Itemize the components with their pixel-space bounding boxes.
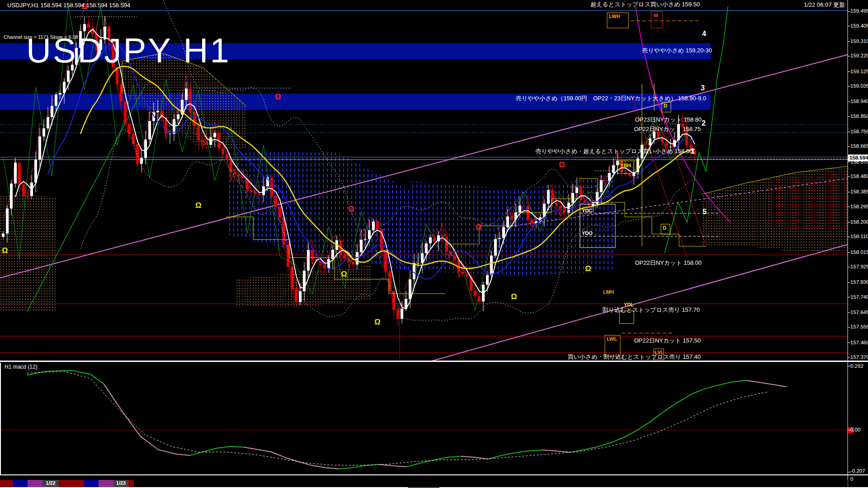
omega-marker-icon: Ω [275, 93, 281, 102]
indicator-tag: YDO [582, 230, 593, 236]
price-annotation: 超えるとストップロス買い小さめ 159.50 [590, 1, 700, 8]
price-axis-label[interactable]: 159.310 [850, 38, 868, 44]
indicator-tag: LMH [603, 289, 614, 295]
omega-marker-icon: Ω [374, 318, 381, 327]
indicator-tag: M [654, 13, 658, 18]
price-axis-label[interactable]: 157.740 [850, 294, 868, 300]
price-axis-label[interactable]: 158.200 [850, 219, 868, 225]
price-axis-label[interactable]: 157.830 [850, 279, 868, 285]
session-color-bar: 1/221/23 [0, 480, 848, 487]
session-segment [0, 480, 13, 487]
omega-marker-icon: Ω [195, 202, 202, 210]
price-axis-label[interactable]: 158.850 [850, 113, 868, 119]
wave-number-label: 3 [701, 84, 705, 92]
chart-canvas[interactable] [0, 0, 868, 488]
price-axis-label[interactable]: 158.755 [850, 129, 868, 135]
session-segment [13, 480, 28, 487]
wave-number-label: 2 [702, 119, 706, 127]
price-axis-label[interactable]: 157.555 [850, 324, 868, 330]
session-date-segment: 1/22 [42, 480, 59, 487]
channel-info: Channel size = 1171 Slope = 6.08 [4, 34, 78, 40]
omega-marker-icon: Ω [559, 161, 565, 169]
price-axis-label[interactable]: 158.665 [850, 143, 868, 149]
price-axis-label[interactable]: 158.385 [850, 189, 868, 195]
price-axis-label[interactable]: 157.925 [850, 264, 868, 270]
price-axis-label[interactable]: 158.110 [850, 234, 868, 239]
update-timestamp: 1/22 06:07 更新 [804, 2, 845, 8]
omega-marker-icon: Ω [341, 270, 347, 279]
price-annotation: 割り込むとストップロス売り 157.70 [603, 307, 700, 313]
symbol-title: USDJPY,H1 158.594 158.594 158.594 158.59… [7, 2, 130, 9]
price-axis-label[interactable]: 158.940 [850, 99, 868, 104]
price-annotation: 売りやや小さめ 159.20-30 [642, 47, 712, 54]
session-date-label: 1/22 [42, 480, 59, 486]
session-date-label: 1/23 [113, 480, 128, 486]
macd-pane-label: H1 macd (12) [5, 364, 38, 370]
macd-axis-zero: 0.00 [850, 427, 860, 433]
price-axis-label[interactable]: 158.480 [850, 174, 868, 179]
chart-window: 159.495159.405159.310159.220159.125159.0… [0, 0, 868, 488]
indicator-tag: YDL [624, 302, 634, 307]
indicator-tag: LWH [609, 14, 620, 19]
price-axis-label[interactable]: 158.295 [850, 204, 868, 210]
price-axis-label[interactable]: 157.460 [850, 340, 868, 346]
price-axis-label[interactable]: 157.645 [850, 310, 868, 315]
current-price-box: 158.594 [848, 155, 868, 161]
session-date-segment: 1/23 [113, 480, 128, 487]
omega-marker-icon: Ω [476, 223, 482, 232]
indicator-tag: D [663, 225, 666, 230]
wave-number-label: 1 [691, 147, 695, 155]
macd-axis-top: 0.292 [850, 363, 863, 369]
indicator-tag: D [664, 103, 667, 108]
session-segment [99, 480, 113, 487]
omega-marker-icon: Ω [2, 247, 8, 255]
session-segment [59, 480, 84, 487]
price-axis-label[interactable]: 159.495 [850, 8, 868, 14]
macd-axis-bottom: -0.207 [850, 468, 865, 474]
ichimoku-clouds [0, 53, 848, 312]
price-annotation: OP22日NYカット 158.00 [635, 260, 702, 266]
session-segment [28, 480, 42, 487]
session-segment [128, 480, 134, 487]
price-axis-label[interactable]: 158.015 [850, 249, 868, 255]
sub-axis-zero: 0 [850, 476, 853, 482]
price-annotation: OP22日NYカット 158.75 [634, 126, 701, 132]
price-axis-label[interactable]: 159.125 [850, 69, 868, 75]
indicator-tag: YBH [620, 163, 631, 168]
price-axis-label[interactable]: 159.220 [850, 53, 868, 59]
omega-marker-icon: Ω [348, 205, 354, 214]
price-axis-label[interactable]: 159.405 [850, 23, 868, 29]
price-annotation: 買い小さめ・割り込むとストップロス売り 157.40 [568, 354, 701, 360]
price-annotation: OP22日NYカット 157.50 [634, 338, 701, 344]
omega-marker-icon: Ω [511, 293, 517, 301]
indicator-tag: YDC [582, 208, 592, 213]
price-annotation: 売りやや小さめ・超えるとストップロス買い小さめ 158.60 [535, 148, 693, 155]
macd-plot [0, 371, 854, 469]
indicator-tag: LWL [607, 336, 617, 342]
price-axis-label[interactable]: 159.035 [850, 83, 868, 89]
price-annotation: 売りやや小さめ（159.00円 OP22・23日NYカット大きめ） 158.90… [516, 95, 706, 102]
wave-number-label: 4 [702, 30, 706, 38]
omega-marker-icon: Ω [585, 265, 591, 273]
wave-number-label: 5 [703, 208, 707, 216]
session-segment [84, 480, 99, 487]
price-axis-label[interactable]: 157.370 [850, 354, 868, 360]
price-annotation: OP23日NYカット 158.80 [635, 117, 702, 123]
indicator-tag: LVL [655, 350, 664, 355]
